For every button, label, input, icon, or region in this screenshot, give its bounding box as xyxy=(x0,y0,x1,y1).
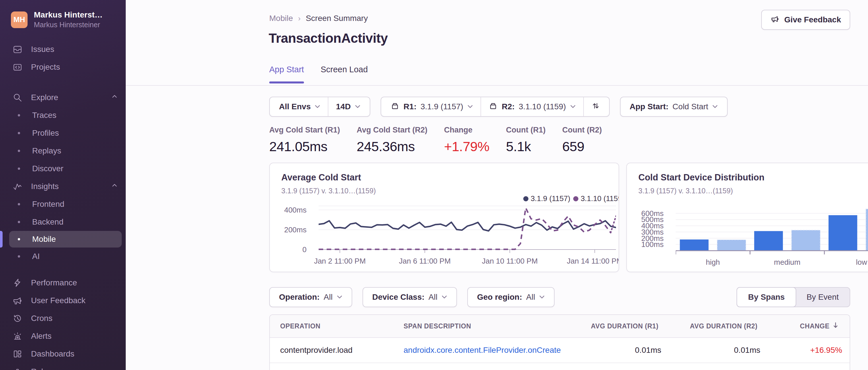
col-avg-duration-r2[interactable]: AVG DURATION (R2) xyxy=(669,323,768,330)
tab-app-start[interactable]: App Start xyxy=(269,65,304,83)
releases-icon xyxy=(12,367,22,370)
chart-title: Cold Start Device Distribution xyxy=(639,172,868,183)
operation-filter[interactable]: Operation: All xyxy=(269,287,352,307)
x-tick-label: Jan 2 11:00 PM xyxy=(314,257,366,266)
table-header: OPERATION SPAN DESCRIPTION AVG DURATION … xyxy=(270,315,849,338)
sidebar-item-user-feedback[interactable]: User Feedback xyxy=(0,292,126,309)
chart-legend: 3.1.9 (1157) 3.1.10 (1159 xyxy=(523,194,619,203)
sidebar-item-backend[interactable]: Backend xyxy=(0,213,126,231)
projects-icon xyxy=(12,62,22,72)
period-select[interactable]: 14D xyxy=(329,97,368,116)
org-switcher[interactable]: MH Markus Hinterst… Markus Hintersteiner xyxy=(0,0,126,29)
bullet-icon xyxy=(18,132,20,134)
megaphone-icon xyxy=(770,14,780,26)
col-span-description[interactable]: SPAN DESCRIPTION xyxy=(393,323,568,330)
tab-screen-load[interactable]: Screen Load xyxy=(321,65,368,83)
line-chart-plot xyxy=(319,204,616,255)
stat-count-r1: Count (R1) 5.1k xyxy=(506,126,546,154)
env-period-filter: All Envs 14D xyxy=(269,97,370,117)
sidebar-item-discover[interactable]: Discover xyxy=(0,160,126,177)
sidebar-item-label: Projects xyxy=(31,63,60,72)
siren-icon xyxy=(12,331,22,341)
give-feedback-button[interactable]: Give Feedback xyxy=(761,10,850,30)
bullet-icon xyxy=(18,203,20,205)
stat-count-r2: Count (R2) 659 xyxy=(562,126,602,154)
y-tick-label: 0 xyxy=(303,245,307,254)
stat-avg-cold-start-r1: Avg Cold Start (R1) 241.05ms xyxy=(269,126,340,154)
sidebar-nav: Issues Projects Explore Traces Profiles … xyxy=(0,40,126,370)
sidebar-item-issues[interactable]: Issues xyxy=(0,40,126,58)
chart-title: Average Cold Start xyxy=(281,172,619,183)
active-item-indicator xyxy=(0,231,3,247)
bar-chart-plot xyxy=(676,205,868,257)
sidebar-item-crons[interactable]: Crons xyxy=(0,309,126,327)
filter-bar: All Envs 14D R1: 3.1.9 (1157) xyxy=(269,97,727,117)
legend-dot-r1 xyxy=(523,196,528,201)
sidebar-item-mobile[interactable]: Mobile xyxy=(9,231,122,247)
release-box-icon xyxy=(489,101,498,112)
dashboards-icon xyxy=(12,349,22,359)
device-class-filter[interactable]: Device Class: All xyxy=(363,287,457,307)
spans-table: OPERATION SPAN DESCRIPTION AVG DURATION … xyxy=(269,314,850,370)
cell-avg-r2: 0.01ms xyxy=(672,346,771,355)
cell-operation: contentprovider.load xyxy=(270,346,393,355)
geo-region-filter[interactable]: Geo region: All xyxy=(467,287,555,307)
sidebar-item-performance[interactable]: Performance xyxy=(0,274,126,292)
sidebar-item-alerts[interactable]: Alerts xyxy=(0,327,126,345)
environment-select[interactable]: All Envs xyxy=(272,97,328,116)
x-tick-label: Jan 10 11:00 PM xyxy=(482,257,538,266)
sidebar-item-replays[interactable]: Replays xyxy=(0,142,126,160)
sidebar-item-dashboards[interactable]: Dashboards xyxy=(0,345,126,363)
device-distribution-chart-card: Cold Start Device Distribution 3.1.9 (11… xyxy=(626,163,868,272)
chevron-up-icon xyxy=(111,93,118,102)
issues-icon xyxy=(12,44,22,54)
by-spans-toggle[interactable]: By Spans xyxy=(737,287,796,307)
sidebar-item-frontend[interactable]: Frontend xyxy=(0,195,126,213)
y-tick-label: 200ms xyxy=(284,226,307,234)
span-description-link[interactable]: androidx.core.content.FileProvider.onCre… xyxy=(393,346,571,355)
sidebar-item-profiles[interactable]: Profiles xyxy=(0,124,126,142)
user-name: Markus Hinterst… xyxy=(34,10,103,20)
sort-desc-icon xyxy=(832,322,839,331)
release-r2-select[interactable]: R2: 3.1.10 (1159) xyxy=(481,97,583,116)
megaphone-icon xyxy=(12,296,22,305)
avatar: MH xyxy=(11,11,28,28)
next-row-partial xyxy=(270,363,849,370)
swap-releases-button[interactable] xyxy=(584,97,608,116)
stats-row: Avg Cold Start (R1) 241.05ms Avg Cold St… xyxy=(269,126,602,154)
release-r1-select[interactable]: R1: 3.1.9 (1157) xyxy=(383,97,480,116)
stat-avg-cold-start-r2: Avg Cold Start (R2) 245.36ms xyxy=(357,126,428,154)
chart-subtitle: 3.1.9 (1157) v. 3.1.10…(1159) xyxy=(639,187,868,195)
stat-change: Change +1.79% xyxy=(444,126,489,154)
sidebar-item-explore[interactable]: Explore xyxy=(0,89,126,106)
app-start-filter: App Start: Cold Start xyxy=(620,97,728,117)
span-filter-bar: Operation: All Device Class: All Geo reg… xyxy=(269,287,555,307)
sidebar-item-releases[interactable]: Releases xyxy=(0,363,126,370)
chart-subtitle: 3.1.9 (1157) v. 3.1.10…(1159) xyxy=(281,187,619,195)
y-tick-label: 400ms xyxy=(284,206,307,214)
clock-icon xyxy=(12,313,22,323)
release-box-icon xyxy=(391,101,400,112)
sidebar-item-label: Issues xyxy=(31,45,54,54)
sidebar-item-label: Insights xyxy=(31,182,59,191)
col-change[interactable]: CHANGE xyxy=(768,322,849,331)
bullet-icon xyxy=(18,221,20,223)
app-start-type-select[interactable]: App Start: Cold Start xyxy=(622,97,725,116)
x-axis-labels: highmediumlowUnknown xyxy=(676,258,868,269)
cell-avg-r1: 0.01ms xyxy=(571,346,672,355)
sidebar-item-ai[interactable]: AI xyxy=(0,247,126,265)
breadcrumb: Mobile › Screen Summary xyxy=(269,14,368,23)
swap-vertical-icon xyxy=(591,102,600,112)
col-avg-duration-r1[interactable]: AVG DURATION (R1) xyxy=(568,323,669,330)
breadcrumb-mobile[interactable]: Mobile xyxy=(269,14,293,23)
tabs: App Start Screen Load xyxy=(269,65,368,83)
sidebar-item-insights[interactable]: Insights xyxy=(0,177,126,195)
sidebar-item-projects[interactable]: Projects xyxy=(0,58,126,76)
sidebar-item-traces[interactable]: Traces xyxy=(0,106,126,124)
page-title: TransactionActivity xyxy=(269,30,388,46)
bullet-icon xyxy=(18,150,20,152)
bar-category-label: medium xyxy=(774,258,800,267)
header-divider xyxy=(126,85,868,86)
by-event-toggle[interactable]: By Event xyxy=(796,288,849,307)
col-operation[interactable]: OPERATION xyxy=(270,323,393,330)
